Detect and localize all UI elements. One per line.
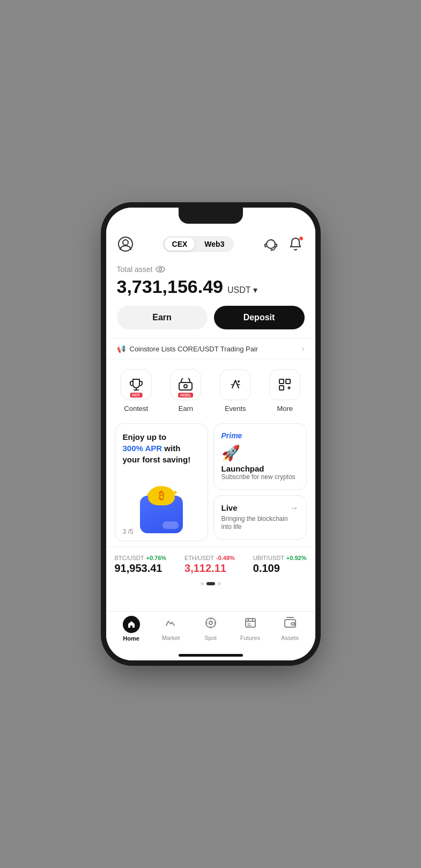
bottom-nav: Home Market Spot	[106, 611, 315, 650]
svg-point-1	[123, 240, 128, 245]
more-label: More	[277, 404, 293, 413]
svg-point-5	[159, 268, 162, 271]
notification-dot	[299, 237, 303, 240]
deposit-button[interactable]: Deposit	[214, 306, 305, 329]
svg-point-8	[238, 380, 240, 382]
nav-spot-label: Spot	[204, 635, 217, 641]
asset-section: Total asset 3,731,156.49 USDT ▾ Earn Dep…	[106, 258, 315, 338]
nav-home[interactable]: Home	[116, 616, 146, 642]
assets-icon	[284, 616, 297, 632]
profile-icon[interactable]	[117, 236, 134, 253]
market-ticker: BTC/USDT +0.76% 91,953.41 ETH/USDT -0.48…	[106, 547, 315, 579]
megaphone-icon: 📢	[117, 345, 125, 353]
svg-rect-11	[279, 386, 284, 390]
dot-1	[201, 582, 204, 585]
nav-market-label: Market	[162, 635, 180, 641]
more-icon	[269, 369, 300, 400]
sidebar-item-contest[interactable]: HOT Contest	[117, 369, 155, 413]
eth-pair: ETH/USDT	[184, 555, 214, 561]
svg-rect-9	[279, 379, 284, 384]
spot-icon	[204, 616, 217, 632]
market-icon	[165, 616, 178, 632]
eth-price: 3,112.11	[184, 562, 235, 575]
launchpad-subtitle: Subscribe for new cryptos	[221, 473, 299, 482]
main-content: Total asset 3,731,156.49 USDT ▾ Earn Dep…	[106, 258, 315, 611]
cards-section: Enjoy up to 300% APR with your forst sav…	[106, 418, 315, 547]
hot-badge: HOT	[130, 393, 142, 398]
eth-change: -0.48%	[216, 555, 235, 561]
ticker-btc[interactable]: BTC/USDT +0.76% 91,953.41	[115, 555, 167, 575]
live-subtitle: Bringing the blockchain into life	[221, 515, 299, 532]
ticker-eth[interactable]: ETH/USDT -0.48% 3,112.11	[184, 555, 235, 575]
tab-web3[interactable]: Web3	[197, 238, 232, 251]
earn-label: Earn	[179, 404, 193, 413]
contest-icon: HOT	[121, 369, 152, 400]
hodl-badge: HODL	[178, 393, 193, 398]
prime-label: Prime	[221, 431, 299, 440]
announcement-bar[interactable]: 📢 Coinstore Lists CORE/USDT Trading Pair…	[106, 338, 315, 359]
quick-actions: HOT Contest HODL Earn	[106, 359, 315, 418]
events-icon	[220, 369, 251, 400]
total-asset-label: Total asset	[117, 265, 153, 274]
tab-cex[interactable]: CEX	[165, 238, 195, 251]
nav-assets[interactable]: Assets	[275, 616, 305, 641]
live-title: Live	[221, 503, 238, 512]
ubit-price: 0.109	[253, 562, 307, 575]
btc-price: 91,953.41	[115, 562, 167, 575]
earn-button[interactable]: Earn	[117, 306, 208, 329]
live-card[interactable]: Live → Bringing the blockchain into life	[213, 495, 307, 540]
support-icon[interactable]	[262, 236, 279, 253]
contest-label: Contest	[124, 404, 148, 413]
sidebar-item-events[interactable]: Events	[217, 369, 254, 413]
scroll-indicator	[106, 579, 315, 591]
svg-point-2	[267, 240, 275, 248]
asset-amount-value: 3,731,156.49	[117, 276, 224, 297]
arrow-icon: →	[290, 503, 299, 513]
nav-assets-label: Assets	[281, 635, 299, 641]
right-cards: Prime 🚀 Launchpad Subscribe for new cryp…	[213, 423, 307, 541]
eye-icon[interactable]	[156, 264, 165, 274]
svg-rect-6	[179, 382, 192, 390]
btc-change: +0.76%	[146, 555, 167, 561]
ticker-ubit[interactable]: UBIT/USDT +0.92% 0.109	[253, 555, 307, 575]
home-bar	[106, 650, 315, 660]
card-counter: 3 /5	[123, 528, 134, 535]
exchange-toggle[interactable]: CEX Web3	[163, 236, 234, 252]
dot-2	[206, 582, 215, 585]
btc-pair: BTC/USDT	[115, 555, 144, 561]
events-label: Events	[225, 404, 246, 413]
sidebar-item-earn[interactable]: HODL Earn	[167, 369, 204, 413]
svg-point-3	[271, 249, 272, 251]
ubit-change: +0.92%	[286, 555, 307, 561]
launchpad-card[interactable]: Prime 🚀 Launchpad Subscribe for new cryp…	[213, 423, 307, 490]
nav-home-label: Home	[123, 635, 139, 642]
svg-point-4	[156, 267, 165, 272]
notification-icon[interactable]	[287, 236, 304, 253]
earn-icon: HODL	[170, 369, 201, 400]
nav-spot[interactable]: Spot	[196, 616, 226, 641]
savings-card[interactable]: Enjoy up to 300% APR with your forst sav…	[115, 423, 208, 541]
svg-point-13	[209, 621, 212, 624]
home-indicator	[179, 654, 243, 657]
nav-market[interactable]: Market	[156, 616, 186, 641]
svg-point-7	[184, 385, 187, 388]
futures-icon	[244, 616, 257, 632]
savings-card-text: Enjoy up to 300% APR with your forst sav…	[123, 431, 200, 465]
chevron-right-icon: ›	[301, 344, 304, 354]
dot-3	[218, 582, 221, 585]
nav-futures[interactable]: Futures	[235, 616, 265, 641]
sidebar-item-more[interactable]: More	[266, 369, 304, 413]
home-icon	[123, 616, 140, 633]
svg-rect-10	[286, 379, 290, 384]
ubit-pair: UBIT/USDT	[253, 555, 284, 561]
asset-currency[interactable]: USDT ▾	[227, 285, 257, 295]
rocket-icon: 🚀	[221, 444, 299, 462]
announcement-text: Coinstore Lists CORE/USDT Trading Pair	[130, 345, 258, 353]
nav-futures-label: Futures	[240, 635, 260, 641]
launchpad-title: Launchpad	[221, 464, 299, 473]
